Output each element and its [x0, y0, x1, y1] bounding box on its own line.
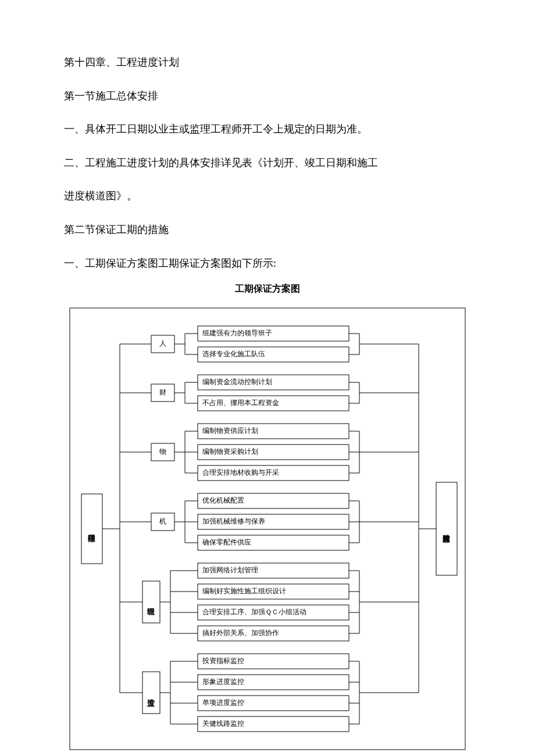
svg-rect-3 [436, 482, 457, 575]
paragraph-3: 一、工期保证方案图工期保证方案图如下所示: [64, 252, 471, 275]
svg-text:编制好实施性施工组织设计: 编制好实施性施工组织设计 [202, 587, 286, 595]
heading-chapter: 第十四章、工程进度计划 [64, 51, 471, 74]
svg-text:编制资金流动控制计划: 编制资金流动控制计划 [202, 378, 272, 386]
svg-text:机: 机 [159, 517, 166, 525]
svg-text:合理安排工序、加强ＱＣ小组活动: 合理安排工序、加强ＱＣ小组活动 [202, 608, 306, 616]
svg-text:人: 人 [159, 339, 166, 347]
svg-text:组建强有力的领导班子: 组建强有力的领导班子 [202, 329, 272, 337]
heading-section-1: 第一节施工总体安排 [64, 85, 471, 108]
svg-text:关健线路监控: 关健线路监控 [202, 719, 244, 728]
svg-text:形象进度监控: 形象进度监控 [202, 678, 244, 686]
schedule-guarantee-diagram: 项目经理部信息跟踪与反馈人组建强有力的领导班子选择专业化施工队伍财编制资金流动控… [64, 302, 471, 755]
svg-rect-1 [81, 494, 102, 564]
svg-text:合理安排地材收购与开采: 合理安排地材收购与开采 [202, 468, 279, 476]
svg-text:确保零配件供应: 确保零配件供应 [202, 538, 251, 546]
svg-rect-96 [142, 672, 160, 714]
paragraph-2a: 二、工程施工进度计划的具体安排详见表《计划开、竣工日期和施工 [64, 152, 471, 175]
paragraph-2b: 进度横道图》。 [64, 185, 471, 208]
svg-text:编制物资供应计划: 编制物资供应计划 [202, 427, 258, 435]
svg-text:选择专业化施工队伍: 选择专业化施工队伍 [202, 350, 265, 358]
paragraph-1: 一、具体开工日期以业主或监理工程师开工令上规定的日期为准。 [64, 118, 471, 141]
svg-text:加强网络计划管理: 加强网络计划管理 [202, 566, 258, 574]
heading-section-2: 第二节保证工期的措施 [64, 218, 471, 242]
svg-text:投资指标监控: 投资指标监控 [202, 657, 244, 665]
svg-text:编制物资采购计划: 编制物资采购计划 [202, 447, 258, 456]
svg-text:加强机械维修与保养: 加强机械维修与保养 [202, 517, 265, 525]
svg-text:不占用、挪用本工程资金: 不占用、挪用本工程资金 [202, 399, 279, 407]
svg-text:优化机械配置: 优化机械配置 [202, 496, 244, 504]
svg-rect-73 [142, 581, 160, 623]
svg-text:单项进度监控: 单项进度监控 [202, 698, 244, 707]
diagram-title: 工期保证方案图 [64, 278, 471, 299]
svg-text:财: 财 [159, 388, 166, 396]
svg-text:搞好外部关系、加强协作: 搞好外部关系、加强协作 [202, 629, 279, 637]
svg-text:物: 物 [159, 447, 166, 456]
